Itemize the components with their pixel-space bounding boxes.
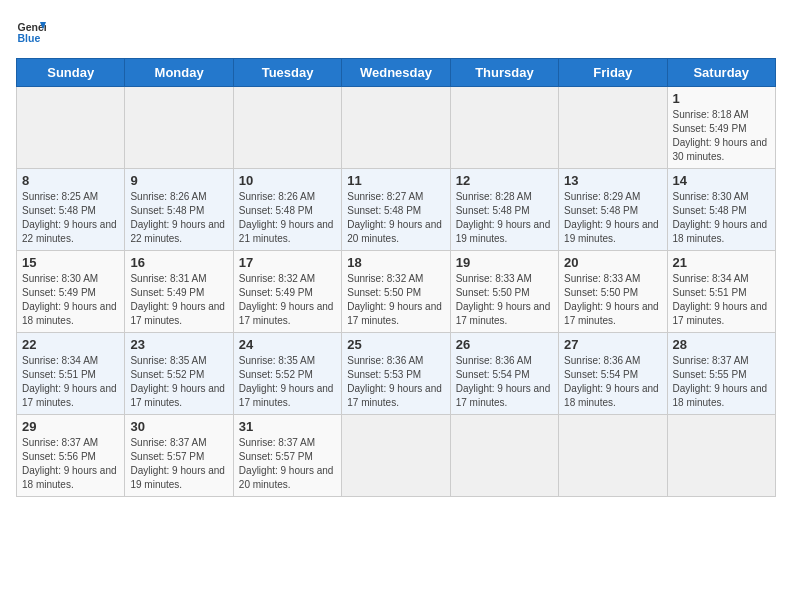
header: General Blue (16, 16, 776, 46)
calendar-day-cell: 30Sunrise: 8:37 AMSunset: 5:57 PMDayligh… (125, 415, 233, 497)
calendar-row-3: 15Sunrise: 8:30 AMSunset: 5:49 PMDayligh… (17, 251, 776, 333)
calendar-day-cell: 22Sunrise: 8:34 AMSunset: 5:51 PMDayligh… (17, 333, 125, 415)
day-header-wednesday: Wednesday (342, 59, 450, 87)
calendar-day-cell (450, 415, 558, 497)
calendar-table: SundayMondayTuesdayWednesdayThursdayFrid… (16, 58, 776, 497)
calendar-day-cell: 19Sunrise: 8:33 AMSunset: 5:50 PMDayligh… (450, 251, 558, 333)
calendar-day-cell: 29Sunrise: 8:37 AMSunset: 5:56 PMDayligh… (17, 415, 125, 497)
logo: General Blue (16, 16, 46, 46)
day-header-saturday: Saturday (667, 59, 775, 87)
calendar-day-cell: 27Sunrise: 8:36 AMSunset: 5:54 PMDayligh… (559, 333, 667, 415)
calendar-day-cell: 15Sunrise: 8:30 AMSunset: 5:49 PMDayligh… (17, 251, 125, 333)
calendar-row-4: 22Sunrise: 8:34 AMSunset: 5:51 PMDayligh… (17, 333, 776, 415)
calendar-day-cell (342, 415, 450, 497)
day-header-sunday: Sunday (17, 59, 125, 87)
day-header-friday: Friday (559, 59, 667, 87)
empty-day (233, 87, 341, 169)
calendar-header-row: SundayMondayTuesdayWednesdayThursdayFrid… (17, 59, 776, 87)
calendar-day-cell: 14Sunrise: 8:30 AMSunset: 5:48 PMDayligh… (667, 169, 775, 251)
empty-day (17, 87, 125, 169)
day-header-thursday: Thursday (450, 59, 558, 87)
calendar-row-1: 1Sunrise: 8:18 AMSunset: 5:49 PMDaylight… (17, 87, 776, 169)
calendar-day-cell: 23Sunrise: 8:35 AMSunset: 5:52 PMDayligh… (125, 333, 233, 415)
calendar-day-cell: 31Sunrise: 8:37 AMSunset: 5:57 PMDayligh… (233, 415, 341, 497)
calendar-day-cell: 21Sunrise: 8:34 AMSunset: 5:51 PMDayligh… (667, 251, 775, 333)
empty-day (342, 87, 450, 169)
calendar-day-cell: 16Sunrise: 8:31 AMSunset: 5:49 PMDayligh… (125, 251, 233, 333)
empty-day (450, 87, 558, 169)
calendar-day-cell: 18Sunrise: 8:32 AMSunset: 5:50 PMDayligh… (342, 251, 450, 333)
svg-text:Blue: Blue (18, 32, 41, 44)
calendar-day-cell: 20Sunrise: 8:33 AMSunset: 5:50 PMDayligh… (559, 251, 667, 333)
calendar-day-cell: 26Sunrise: 8:36 AMSunset: 5:54 PMDayligh… (450, 333, 558, 415)
calendar-day-cell: 17Sunrise: 8:32 AMSunset: 5:49 PMDayligh… (233, 251, 341, 333)
calendar-day-cell: 1Sunrise: 8:18 AMSunset: 5:49 PMDaylight… (667, 87, 775, 169)
day-header-monday: Monday (125, 59, 233, 87)
calendar-day-cell: 12Sunrise: 8:28 AMSunset: 5:48 PMDayligh… (450, 169, 558, 251)
calendar-day-cell: 8Sunrise: 8:25 AMSunset: 5:48 PMDaylight… (17, 169, 125, 251)
calendar-day-cell (667, 415, 775, 497)
calendar-day-cell (559, 415, 667, 497)
calendar-day-cell: 28Sunrise: 8:37 AMSunset: 5:55 PMDayligh… (667, 333, 775, 415)
calendar-day-cell: 13Sunrise: 8:29 AMSunset: 5:48 PMDayligh… (559, 169, 667, 251)
calendar-day-cell: 9Sunrise: 8:26 AMSunset: 5:48 PMDaylight… (125, 169, 233, 251)
calendar-body: 1Sunrise: 8:18 AMSunset: 5:49 PMDaylight… (17, 87, 776, 497)
calendar-day-cell: 24Sunrise: 8:35 AMSunset: 5:52 PMDayligh… (233, 333, 341, 415)
calendar-day-cell: 25Sunrise: 8:36 AMSunset: 5:53 PMDayligh… (342, 333, 450, 415)
empty-day (125, 87, 233, 169)
calendar-day-cell: 10Sunrise: 8:26 AMSunset: 5:48 PMDayligh… (233, 169, 341, 251)
logo-icon: General Blue (16, 16, 46, 46)
calendar-row-5: 29Sunrise: 8:37 AMSunset: 5:56 PMDayligh… (17, 415, 776, 497)
calendar-day-cell: 11Sunrise: 8:27 AMSunset: 5:48 PMDayligh… (342, 169, 450, 251)
day-header-tuesday: Tuesday (233, 59, 341, 87)
empty-day (559, 87, 667, 169)
calendar-row-2: 8Sunrise: 8:25 AMSunset: 5:48 PMDaylight… (17, 169, 776, 251)
